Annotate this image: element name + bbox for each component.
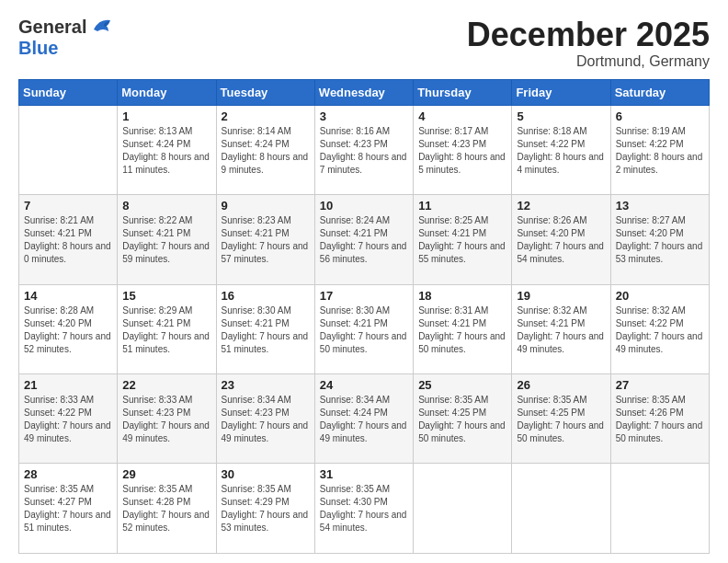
calendar: SundayMondayTuesdayWednesdayThursdayFrid… — [18, 79, 710, 554]
day-number: 24 — [320, 378, 408, 392]
day-info: Sunrise: 8:27 AMSunset: 4:20 PMDaylight:… — [616, 214, 704, 266]
day-number: 2 — [222, 109, 310, 123]
day-number: 28 — [24, 467, 112, 481]
day-info: Sunrise: 8:31 AMSunset: 4:21 PMDaylight:… — [418, 304, 506, 356]
calendar-cell: 11Sunrise: 8:25 AMSunset: 4:21 PMDayligh… — [414, 195, 512, 284]
calendar-cell — [19, 105, 118, 194]
day-number: 7 — [24, 199, 112, 213]
day-info: Sunrise: 8:34 AMSunset: 4:23 PMDaylight:… — [222, 394, 310, 445]
calendar-cell: 8Sunrise: 8:22 AMSunset: 4:21 PMDaylight… — [118, 195, 216, 284]
weekday-header-saturday: Saturday — [610, 79, 709, 105]
day-info: Sunrise: 8:35 AMSunset: 4:29 PMDaylight:… — [222, 483, 310, 534]
calendar-cell: 31Sunrise: 8:35 AMSunset: 4:30 PMDayligh… — [314, 464, 413, 554]
calendar-cell — [414, 464, 512, 554]
calendar-cell: 18Sunrise: 8:31 AMSunset: 4:21 PMDayligh… — [414, 284, 512, 373]
calendar-cell: 24Sunrise: 8:34 AMSunset: 4:24 PMDayligh… — [314, 374, 413, 464]
calendar-cell: 4Sunrise: 8:17 AMSunset: 4:23 PMDaylight… — [414, 105, 512, 194]
calendar-cell: 7Sunrise: 8:21 AMSunset: 4:21 PMDaylight… — [19, 195, 118, 284]
calendar-cell: 14Sunrise: 8:28 AMSunset: 4:20 PMDayligh… — [19, 284, 118, 373]
calendar-cell: 22Sunrise: 8:33 AMSunset: 4:23 PMDayligh… — [118, 374, 216, 464]
day-info: Sunrise: 8:33 AMSunset: 4:22 PMDaylight:… — [24, 394, 112, 445]
weekday-header-wednesday: Wednesday — [314, 79, 413, 105]
logo-text: General Blue — [18, 17, 114, 59]
weekday-header-thursday: Thursday — [414, 79, 512, 105]
day-number: 12 — [517, 199, 605, 213]
day-info: Sunrise: 8:19 AMSunset: 4:22 PMDaylight:… — [616, 125, 704, 177]
calendar-week-row: 14Sunrise: 8:28 AMSunset: 4:20 PMDayligh… — [19, 284, 710, 373]
calendar-cell: 20Sunrise: 8:32 AMSunset: 4:22 PMDayligh… — [610, 284, 709, 373]
page: General Blue December 2025 Dortmund, Ger… — [0, 0, 728, 563]
calendar-week-row: 28Sunrise: 8:35 AMSunset: 4:27 PMDayligh… — [19, 464, 710, 554]
calendar-cell — [512, 464, 610, 554]
day-number: 23 — [222, 378, 310, 392]
weekday-header-friday: Friday — [512, 79, 610, 105]
calendar-cell: 26Sunrise: 8:35 AMSunset: 4:25 PMDayligh… — [512, 374, 610, 464]
logo-blue: Blue — [18, 38, 114, 59]
calendar-cell: 16Sunrise: 8:30 AMSunset: 4:21 PMDayligh… — [216, 284, 314, 373]
day-number: 30 — [222, 467, 310, 481]
calendar-cell: 28Sunrise: 8:35 AMSunset: 4:27 PMDayligh… — [19, 464, 118, 554]
day-number: 21 — [24, 378, 112, 392]
day-info: Sunrise: 8:29 AMSunset: 4:21 PMDaylight:… — [122, 304, 210, 356]
day-number: 3 — [320, 109, 408, 123]
day-number: 14 — [24, 289, 112, 303]
day-info: Sunrise: 8:30 AMSunset: 4:21 PMDaylight:… — [222, 304, 310, 356]
calendar-week-row: 1Sunrise: 8:13 AMSunset: 4:24 PMDaylight… — [19, 105, 710, 194]
calendar-cell: 13Sunrise: 8:27 AMSunset: 4:20 PMDayligh… — [610, 195, 709, 284]
day-number: 18 — [418, 289, 506, 303]
calendar-cell: 19Sunrise: 8:32 AMSunset: 4:21 PMDayligh… — [512, 284, 610, 373]
calendar-cell: 23Sunrise: 8:34 AMSunset: 4:23 PMDayligh… — [216, 374, 314, 464]
calendar-cell: 3Sunrise: 8:16 AMSunset: 4:23 PMDaylight… — [314, 105, 413, 194]
logo: General Blue — [18, 17, 114, 59]
day-info: Sunrise: 8:35 AMSunset: 4:27 PMDaylight:… — [24, 483, 112, 534]
weekday-header-sunday: Sunday — [19, 79, 118, 105]
weekday-header-monday: Monday — [118, 79, 216, 105]
day-number: 31 — [320, 467, 408, 481]
calendar-cell: 5Sunrise: 8:18 AMSunset: 4:22 PMDaylight… — [512, 105, 610, 194]
day-info: Sunrise: 8:16 AMSunset: 4:23 PMDaylight:… — [320, 125, 408, 177]
month-title: December 2025 — [467, 17, 710, 53]
calendar-cell: 1Sunrise: 8:13 AMSunset: 4:24 PMDaylight… — [118, 105, 216, 194]
day-number: 9 — [222, 199, 310, 213]
day-number: 11 — [418, 199, 506, 213]
calendar-week-row: 7Sunrise: 8:21 AMSunset: 4:21 PMDaylight… — [19, 195, 710, 284]
calendar-cell: 17Sunrise: 8:30 AMSunset: 4:21 PMDayligh… — [314, 284, 413, 373]
day-number: 20 — [616, 289, 704, 303]
day-info: Sunrise: 8:35 AMSunset: 4:28 PMDaylight:… — [122, 483, 210, 534]
day-info: Sunrise: 8:34 AMSunset: 4:24 PMDaylight:… — [320, 394, 408, 445]
title-block: December 2025 Dortmund, Germany — [467, 17, 710, 70]
day-info: Sunrise: 8:33 AMSunset: 4:23 PMDaylight:… — [122, 394, 210, 445]
day-info: Sunrise: 8:24 AMSunset: 4:21 PMDaylight:… — [320, 214, 408, 266]
day-info: Sunrise: 8:28 AMSunset: 4:20 PMDaylight:… — [24, 304, 112, 356]
calendar-cell: 12Sunrise: 8:26 AMSunset: 4:20 PMDayligh… — [512, 195, 610, 284]
calendar-week-row: 21Sunrise: 8:33 AMSunset: 4:22 PMDayligh… — [19, 374, 710, 464]
day-number: 19 — [517, 289, 605, 303]
calendar-cell: 15Sunrise: 8:29 AMSunset: 4:21 PMDayligh… — [118, 284, 216, 373]
day-number: 4 — [418, 109, 506, 123]
day-number: 8 — [122, 199, 210, 213]
day-info: Sunrise: 8:35 AMSunset: 4:25 PMDaylight:… — [418, 394, 506, 445]
day-number: 16 — [222, 289, 310, 303]
day-number: 29 — [122, 467, 210, 481]
calendar-cell: 2Sunrise: 8:14 AMSunset: 4:24 PMDaylight… — [216, 105, 314, 194]
day-info: Sunrise: 8:25 AMSunset: 4:21 PMDaylight:… — [418, 214, 506, 266]
calendar-cell: 29Sunrise: 8:35 AMSunset: 4:28 PMDayligh… — [118, 464, 216, 554]
day-info: Sunrise: 8:32 AMSunset: 4:21 PMDaylight:… — [517, 304, 605, 356]
location: Dortmund, Germany — [467, 53, 710, 70]
day-info: Sunrise: 8:18 AMSunset: 4:22 PMDaylight:… — [517, 125, 605, 177]
calendar-cell: 10Sunrise: 8:24 AMSunset: 4:21 PMDayligh… — [314, 195, 413, 284]
day-number: 22 — [122, 378, 210, 392]
day-info: Sunrise: 8:35 AMSunset: 4:26 PMDaylight:… — [616, 394, 704, 445]
day-number: 27 — [616, 378, 704, 392]
calendar-cell: 25Sunrise: 8:35 AMSunset: 4:25 PMDayligh… — [414, 374, 512, 464]
calendar-cell: 9Sunrise: 8:23 AMSunset: 4:21 PMDaylight… — [216, 195, 314, 284]
day-info: Sunrise: 8:32 AMSunset: 4:22 PMDaylight:… — [616, 304, 704, 356]
calendar-cell: 6Sunrise: 8:19 AMSunset: 4:22 PMDaylight… — [610, 105, 709, 194]
day-number: 1 — [122, 109, 210, 123]
day-info: Sunrise: 8:26 AMSunset: 4:20 PMDaylight:… — [517, 214, 605, 266]
day-info: Sunrise: 8:23 AMSunset: 4:21 PMDaylight:… — [222, 214, 310, 266]
day-number: 5 — [517, 109, 605, 123]
day-number: 26 — [517, 378, 605, 392]
day-info: Sunrise: 8:35 AMSunset: 4:30 PMDaylight:… — [320, 483, 408, 534]
day-info: Sunrise: 8:13 AMSunset: 4:24 PMDaylight:… — [122, 125, 210, 177]
